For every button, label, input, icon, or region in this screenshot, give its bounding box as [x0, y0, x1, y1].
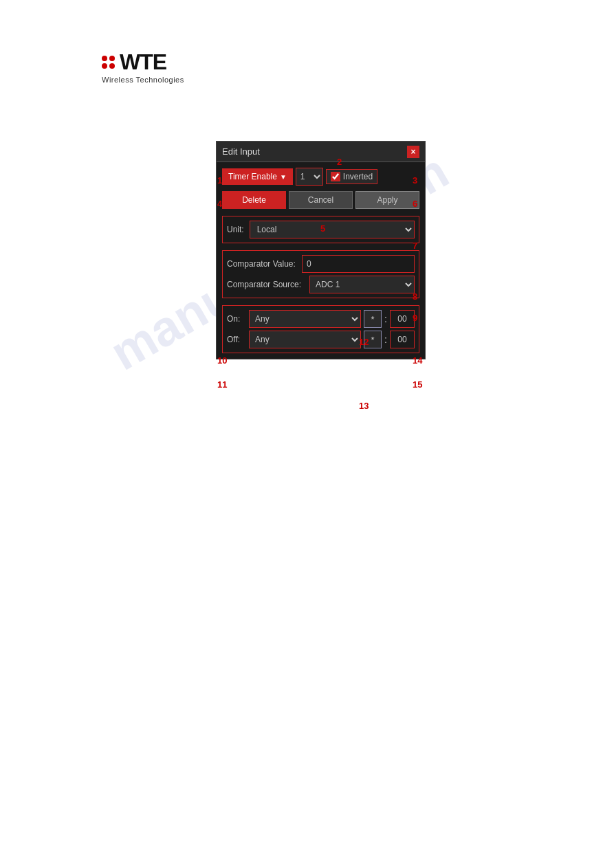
on-row: On: Any Sunday Monday Tuesday Wednesday …: [227, 310, 415, 328]
inverted-checkbox[interactable]: [331, 172, 340, 181]
delete-button[interactable]: Delete: [222, 191, 286, 209]
comparator-value-row: Comparator Value:: [227, 255, 415, 273]
off-colon: :: [384, 334, 387, 345]
comparator-value-input[interactable]: [302, 255, 415, 273]
dialog-titlebar: Edit Input ×: [217, 142, 425, 162]
label-1: 1: [217, 175, 222, 186]
apply-button[interactable]: Apply: [355, 191, 419, 209]
unit-select[interactable]: Local Remote Both: [250, 221, 415, 238]
label-12: 12: [359, 337, 369, 347]
label-7: 7: [413, 241, 417, 251]
label-15: 15: [413, 379, 422, 390]
label-5: 5: [320, 223, 325, 234]
dialog-title: Edit Input: [222, 146, 260, 157]
inverted-text: Inverted: [343, 172, 373, 181]
timer-enable-arrow-icon: ▼: [280, 173, 287, 181]
close-button[interactable]: ×: [407, 146, 419, 158]
off-day-select[interactable]: Any Sunday Monday Tuesday Wednesday Thur…: [249, 331, 361, 348]
on-label: On:: [227, 314, 246, 324]
label-9: 9: [413, 313, 417, 323]
label-13: 13: [359, 401, 369, 411]
label-11: 11: [217, 379, 227, 390]
on-star: *: [364, 310, 382, 328]
label-10: 10: [217, 355, 227, 366]
edit-input-dialog: Edit Input × Timer Enable ▼ 1 2 3 Invert…: [216, 141, 426, 359]
timer-enable-label: Timer Enable: [228, 172, 277, 181]
cancel-button[interactable]: Cancel: [289, 191, 353, 209]
dialog-body: Timer Enable ▼ 1 2 3 Inverted Delete Can…: [217, 162, 425, 359]
off-row: Off: Any Sunday Monday Tuesday Wednesday…: [227, 331, 415, 348]
comparator-source-label: Comparator Source:: [227, 280, 309, 289]
label-8: 8: [413, 291, 417, 302]
timer-on-off-section: On: Any Sunday Monday Tuesday Wednesday …: [222, 305, 419, 353]
logo-text: WTE: [120, 49, 166, 75]
on-minutes-input[interactable]: [390, 310, 415, 328]
timer-number-select[interactable]: 1 2 3: [296, 168, 323, 186]
label-6: 6: [413, 199, 417, 209]
logo-dots: [102, 56, 117, 69]
timer-row: Timer Enable ▼ 1 2 3 Inverted: [222, 168, 419, 186]
label-2: 2: [337, 157, 342, 167]
comparator-section: Comparator Value: Comparator Source: ADC…: [222, 250, 419, 298]
comparator-source-select[interactable]: ADC 1 ADC 2 ADC 3: [309, 276, 415, 293]
label-3: 3: [413, 175, 417, 186]
off-minutes-input[interactable]: [390, 331, 415, 348]
logo-area: WTE Wireless Technologies: [102, 49, 184, 84]
action-buttons-row: Delete Cancel Apply: [222, 191, 419, 209]
timer-enable-button[interactable]: Timer Enable ▼: [222, 168, 293, 185]
on-colon: :: [384, 313, 387, 324]
comparator-value-label: Comparator Value:: [227, 259, 302, 269]
label-14: 14: [413, 355, 422, 366]
off-label: Off:: [227, 335, 246, 344]
comparator-source-row: Comparator Source: ADC 1 ADC 2 ADC 3: [227, 276, 415, 293]
on-day-select[interactable]: Any Sunday Monday Tuesday Wednesday Thur…: [249, 310, 361, 328]
label-4: 4: [217, 199, 222, 209]
logo-subtext: Wireless Technologies: [102, 76, 184, 84]
inverted-label[interactable]: Inverted: [326, 169, 377, 184]
unit-label: Unit:: [227, 225, 244, 234]
